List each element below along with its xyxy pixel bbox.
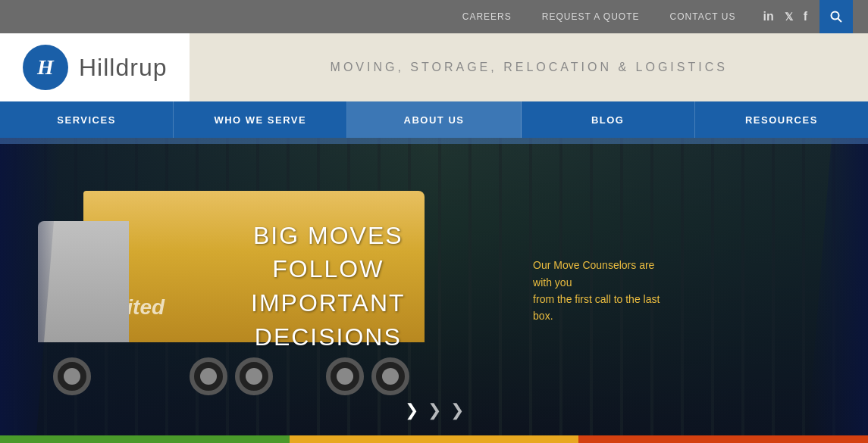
logo-name: Hilldrup [79, 54, 167, 82]
linkedin-icon[interactable]: in [763, 10, 773, 23]
twitter-icon[interactable]: 𝕏 [785, 11, 793, 23]
hero-content: BIG MOVES FOLLOW IMPORTANT DECISIONS Our… [207, 219, 662, 354]
hero-subtext: Our Move Counselors are with you from th… [533, 257, 661, 326]
nav-about-us[interactable]: ABOUT US [347, 101, 521, 138]
logo-circle[interactable]: H [23, 45, 68, 90]
search-button[interactable] [819, 0, 853, 33]
video-survey-button[interactable]: INSTANT VIDEO SURVEY [290, 435, 579, 443]
bottom-bar: GET A QUOTE INSTANT VIDEO SURVEY RESOURC… [0, 435, 868, 443]
nav-blog[interactable]: BLOG [522, 101, 695, 138]
tagline-area: MOVING, STORAGE, RELOCATION & LOGISTICS [190, 33, 868, 101]
search-icon [830, 11, 842, 23]
truck-wheels [38, 357, 493, 388]
wheel-4 [326, 357, 364, 395]
hero-headline: BIG MOVES FOLLOW IMPORTANT DECISIONS [207, 219, 450, 354]
nav-who-we-serve[interactable]: WHO WE SERVE [174, 101, 347, 138]
hero-arrows: ❯ ❯ ❯ [405, 401, 464, 420]
contact-us-link[interactable]: CONTACT US [655, 0, 751, 33]
tagline: MOVING, STORAGE, RELOCATION & LOGISTICS [331, 61, 728, 74]
resources-button[interactable]: RESOURCES [578, 435, 868, 443]
wheel-1 [53, 357, 91, 395]
carousel-arrow-3[interactable]: ❯ [450, 401, 464, 420]
facebook-icon[interactable]: f [804, 10, 807, 23]
top-bar: CAREERS REQUEST A QUOTE CONTACT US in 𝕏 … [0, 0, 868, 33]
wheel-3 [235, 357, 273, 395]
logo-area: H Hilldrup [0, 33, 190, 101]
carousel-arrow-2[interactable]: ❯ [428, 401, 441, 420]
careers-link[interactable]: CAREERS [447, 0, 527, 33]
get-quote-button[interactable]: GET A QUOTE [0, 435, 290, 443]
main-nav: SERVICES WHO WE SERVE ABOUT US BLOG RESO… [0, 101, 868, 138]
logo-letter: H [37, 55, 54, 80]
request-quote-link[interactable]: REQUEST A QUOTE [527, 0, 655, 33]
wheel-5 [371, 357, 409, 395]
nav-resources[interactable]: RESOURCES [695, 101, 868, 138]
svg-point-0 [832, 12, 839, 20]
wheel-2 [190, 357, 227, 395]
svg-line-1 [838, 19, 842, 23]
nav-services[interactable]: SERVICES [0, 101, 174, 138]
carousel-arrow-1[interactable]: ❯ [405, 401, 418, 420]
social-icons: in 𝕏 f [750, 10, 819, 23]
hero-section: BIG MOVES FOLLOW IMPORTANT DECISIONS Our… [0, 138, 868, 435]
top-bar-nav: CAREERS REQUEST A QUOTE CONTACT US [447, 0, 751, 33]
header: H Hilldrup MOVING, STORAGE, RELOCATION &… [0, 33, 868, 101]
